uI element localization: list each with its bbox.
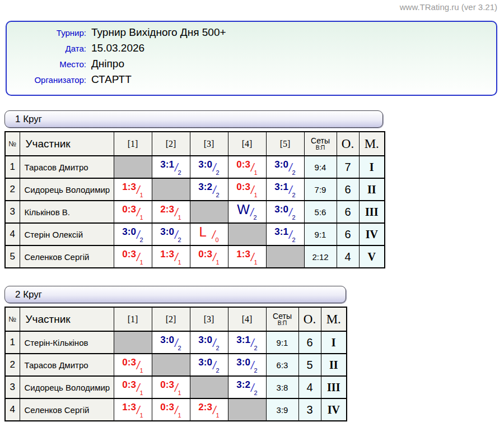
place-cell: II bbox=[321, 354, 347, 376]
info-row-tournament: Турнир: Турнир Вихідного Дня 500+ bbox=[7, 26, 496, 42]
score-cell: 3:0/2 bbox=[190, 354, 228, 376]
diagonal-cell bbox=[228, 223, 266, 245]
row-number-cell: 1 bbox=[5, 331, 20, 354]
score-fraction: /2 bbox=[250, 203, 257, 221]
header-row: №Участник[1][2][3][4][5]СетыВ:ПО.М. bbox=[5, 132, 385, 156]
col-header-place: М. bbox=[359, 132, 385, 156]
col-header-sets: СетыВ:П bbox=[304, 132, 337, 156]
score-main: 0:3 bbox=[122, 204, 136, 215]
round-title: 1 Круг bbox=[5, 111, 382, 127]
row-number-cell: 2 bbox=[5, 178, 20, 201]
info-value-organizer: СТАРТТ bbox=[91, 73, 132, 86]
score-main: 3:2 bbox=[236, 379, 250, 391]
score-main: 0:3 bbox=[122, 357, 136, 368]
match-score: 0:3/1 bbox=[122, 356, 143, 374]
sets-cell: 9:1 bbox=[266, 331, 298, 354]
info-value-place: Дніпро bbox=[91, 58, 124, 70]
score-fraction: /1 bbox=[175, 248, 181, 266]
match-score: 3:2/2 bbox=[198, 180, 219, 198]
score-cell: 3:0/2 bbox=[152, 331, 190, 354]
score-games-won: 2 bbox=[178, 237, 181, 243]
col-header-opponent-3: [3] bbox=[190, 307, 228, 331]
score-fraction: /1 bbox=[137, 248, 143, 266]
score-games-won: 2 bbox=[140, 237, 143, 243]
score-main: 3:1 bbox=[274, 182, 288, 193]
site-watermark-link[interactable]: www.TRating.ru (ver 3.21) bbox=[400, 2, 497, 12]
results-table-round-2: №Участник[1][2][3][4]СетыВ:ПО.М.1Стерін-… bbox=[4, 307, 347, 421]
table-row: 4Стерін Олексій3:0/23:0/2L/03:1/29:16IV bbox=[5, 223, 385, 245]
score-cell: 3:0/2 bbox=[152, 223, 190, 245]
info-row-organizer: Организатор: СТАРТТ bbox=[7, 73, 496, 89]
participant-name-cell: Селенков Сергій bbox=[20, 398, 114, 421]
table-row: 1Стерін-Кількінов3:0/23:0/23:1/29:16I bbox=[5, 331, 347, 354]
results-table-round-1: №Участник[1][2][3][4][5]СетыВ:ПО.М.1Тара… bbox=[4, 131, 385, 268]
diagonal-cell bbox=[152, 178, 190, 201]
place-cell: IV bbox=[359, 223, 385, 245]
score-fraction: /1 bbox=[137, 203, 143, 221]
round-title-bar-2: 2 Круг bbox=[4, 286, 346, 303]
diagonal-cell bbox=[190, 376, 228, 398]
col-header-points: О. bbox=[337, 132, 359, 156]
info-value-tournament: Турнир Вихідного Дня 500+ bbox=[91, 26, 226, 39]
participant-name-cell: Тарасов Дмитро bbox=[20, 156, 114, 178]
place-cell: IV bbox=[321, 398, 347, 421]
col-header-participant: Участник bbox=[20, 307, 114, 331]
score-cell: 1:3/1 bbox=[228, 245, 266, 268]
row-number-cell: 4 bbox=[5, 398, 20, 421]
sets-header-sublabel: В:П bbox=[305, 145, 337, 151]
score-fraction: /2 bbox=[213, 333, 220, 351]
score-games-won: 1 bbox=[178, 390, 181, 396]
diagonal-cell bbox=[114, 331, 152, 354]
col-header-opponent-2: [2] bbox=[152, 307, 190, 331]
score-games-won: 2 bbox=[178, 345, 181, 351]
participant-name-cell: Стерін-Кількінов bbox=[20, 331, 114, 354]
score-cell: 3:0/2 bbox=[114, 223, 152, 245]
points-cell: 3 bbox=[298, 398, 321, 421]
match-score: 3:0/2 bbox=[236, 356, 257, 374]
match-score: 1:3/1 bbox=[122, 401, 143, 419]
score-cell: 2:3/1 bbox=[190, 398, 228, 421]
info-value-date: 15.03.2026 bbox=[91, 42, 144, 54]
match-score: 3:0/2 bbox=[160, 225, 181, 243]
sets-cell: 2:12 bbox=[304, 245, 337, 268]
participant-name-cell: Кількінов В. bbox=[20, 201, 114, 223]
col-header-opponent-1: [1] bbox=[114, 307, 152, 331]
score-cell: 0:3/1 bbox=[114, 245, 152, 268]
col-header-opponent-1: [1] bbox=[114, 132, 152, 156]
score-cell: 0:3/1 bbox=[190, 245, 228, 268]
table-row: 1Тарасов Дмитро3:1/23:0/20:3/13:0/29:47I bbox=[5, 156, 385, 178]
tournament-info-box: Турнир: Турнир Вихідного Дня 500+ Дата: … bbox=[6, 21, 497, 96]
points-cell: 4 bbox=[337, 245, 359, 268]
col-header-opponent-5: [5] bbox=[266, 132, 304, 156]
sets-cell: 6:3 bbox=[266, 354, 298, 376]
sets-cell: 7:9 bbox=[304, 178, 337, 201]
score-games-won: 1 bbox=[178, 259, 181, 266]
match-score: 3:1/2 bbox=[160, 158, 181, 176]
score-cell: W/2 bbox=[228, 201, 266, 223]
score-games-won: 1 bbox=[178, 412, 181, 419]
match-score: 0:3/1 bbox=[122, 248, 143, 266]
table-row: 5Селенков Сергій0:3/11:3/10:3/11:3/12:12… bbox=[5, 245, 385, 268]
score-games-won: 1 bbox=[140, 412, 143, 419]
score-games-won: 0 bbox=[215, 237, 218, 243]
score-fraction: /2 bbox=[213, 180, 220, 198]
score-cell: 3:2/2 bbox=[228, 376, 266, 398]
match-score: 3:2/2 bbox=[236, 378, 257, 396]
score-main: 3:0 bbox=[236, 357, 250, 368]
score-fraction: /1 bbox=[137, 180, 143, 198]
match-score: 3:1/2 bbox=[274, 225, 295, 243]
sets-cell: 9:4 bbox=[304, 156, 337, 178]
match-score: 1:3/1 bbox=[236, 248, 257, 266]
score-main: 3:1 bbox=[236, 335, 250, 346]
score-main: 0:3 bbox=[236, 182, 250, 193]
info-row-date: Дата: 15.03.2026 bbox=[7, 42, 496, 58]
col-header-place: М. bbox=[321, 307, 347, 331]
points-cell: 6 bbox=[337, 223, 359, 245]
score-main: 3:0 bbox=[160, 335, 174, 346]
score-main: 3:0 bbox=[198, 357, 212, 368]
row-number-cell: 3 bbox=[5, 376, 20, 398]
score-games-won: 2 bbox=[254, 390, 258, 396]
match-score: 1:3/1 bbox=[160, 248, 181, 266]
sets-cell: 9:1 bbox=[304, 223, 337, 245]
score-cell: 0:3/1 bbox=[228, 156, 266, 178]
